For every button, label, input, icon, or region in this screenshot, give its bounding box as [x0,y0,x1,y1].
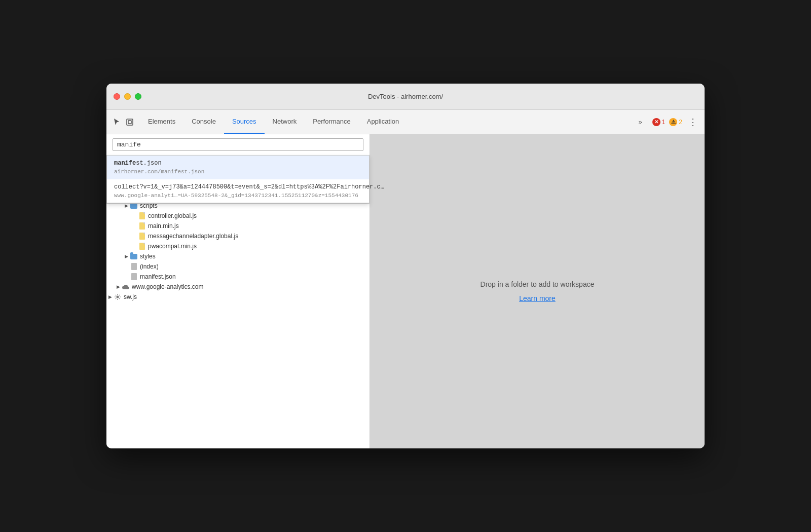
devtools-window: DevTools - airhorner.com/ Elements Conso… [106,84,705,448]
tree-item-main[interactable]: main.min.js [106,221,370,231]
autocomplete-dropdown: manifest.json airhorner.com/manifest.jso… [106,155,370,203]
autocomplete-long-0: collect?v=1&_v=j73&a=1244478500&t=event&… [114,183,384,191]
label-main: main.min.js [148,222,179,230]
error-count: 1 [662,119,666,126]
autocomplete-rest-0: st.json [136,160,161,167]
file-icon-controller [138,212,146,220]
search-input-wrap [106,134,370,155]
titlebar: DevTools - airhorner.com/ [106,84,705,110]
maximize-button[interactable] [135,93,141,100]
gear-icon-swjs [114,293,122,301]
file-icon-main [138,222,146,230]
tab-application[interactable]: Application [359,110,408,134]
autocomplete-item-1[interactable]: collect?v=1&_v=j73&a=1244478500&t=event&… [107,179,369,203]
svg-point-2 [117,296,119,298]
close-button[interactable] [114,93,120,100]
arrow-google-analytics: ▶ [115,284,122,289]
autocomplete-sub-0: airhorner.com/manifest.json [114,168,362,176]
tree-item-styles[interactable]: ▶ styles [106,251,370,261]
tabbar-right: ✕ 1 ⚠ 2 ⋮ [647,110,705,134]
workspace-text: Drop in a folder to add to workspace [481,280,595,288]
search-overlay: manifest.json airhorner.com/manifest.jso… [106,134,370,204]
label-swjs: sw.js [124,293,137,300]
label-controller: controller.global.js [148,212,197,219]
error-icon: ✕ [652,118,660,126]
tree-item-messagechannel[interactable]: messagechanneladapter.global.js [106,231,370,241]
label-messagechannel: messagechanneladapter.global.js [148,233,238,240]
file-icon-pwacompat [138,242,146,250]
layers-icon[interactable] [125,117,135,127]
svg-rect-0 [127,119,133,125]
tree-item-manifest[interactable]: manifest.json [106,272,370,282]
tab-console[interactable]: Console [183,110,224,134]
label-manifest: manifest.json [140,273,176,280]
folder-icon-styles [130,252,138,260]
svg-rect-1 [128,121,131,124]
autocomplete-sub-1: www.google-analyti…=UA-59325548-2&_gid=1… [114,192,362,200]
cursor-icon[interactable] [112,117,122,127]
arrow-styles: ▶ [123,254,130,259]
search-input[interactable] [113,138,363,151]
tree-item-swjs[interactable]: ▶ sw.js [106,292,370,302]
label-styles: styles [140,253,156,260]
learn-more-link[interactable]: Learn more [519,294,556,302]
window-title: DevTools - airhorner.com/ [368,93,443,100]
tab-network[interactable]: Network [265,110,305,134]
arrow-scripts: ▶ [123,203,130,208]
warning-badge[interactable]: ⚠ 2 [669,118,682,126]
label-index: (index) [140,263,159,270]
tab-sources[interactable]: Sources [224,110,265,134]
tree-item-index[interactable]: (index) [106,261,370,272]
warning-count: 2 [679,119,682,126]
tabbar-left-icons [106,110,140,134]
right-panel: Drop in a folder to add to workspace Lea… [370,134,705,448]
main-content: Page Filesystem ◨ manifest.json airhorne… [106,134,705,448]
warning-icon: ⚠ [669,118,677,126]
file-icon-index [130,262,138,271]
file-icon-manifest [130,273,138,281]
error-badge[interactable]: ✕ 1 [652,118,666,126]
label-pwacompat: pwacompat.min.js [148,243,197,250]
autocomplete-item-0[interactable]: manifest.json airhorner.com/manifest.jso… [107,156,369,179]
label-google-analytics: www.google-analytics.com [132,283,203,290]
tabbar: Elements Console Sources Network Perform… [106,110,705,134]
tree-item-controller[interactable]: controller.global.js [106,211,370,221]
tree-item-google-analytics[interactable]: ▶ www.google-analytics.com [106,282,370,292]
more-tabs-button[interactable]: » [633,110,647,134]
cloud-icon-google [122,283,130,291]
minimize-button[interactable] [124,93,131,100]
traffic-lights [114,93,141,100]
tree-item-pwacompat[interactable]: pwacompat.min.js [106,241,370,251]
left-panel: Page Filesystem ◨ manifest.json airhorne… [106,134,370,448]
file-icon-messagechannel [138,232,146,240]
tabs: Elements Console Sources Network Perform… [140,110,633,134]
tab-performance[interactable]: Performance [305,110,358,134]
tab-elements[interactable]: Elements [140,110,183,134]
autocomplete-match-0: manife [114,160,136,167]
arrow-swjs: ▶ [106,294,114,299]
more-options-button[interactable]: ⋮ [686,117,699,128]
